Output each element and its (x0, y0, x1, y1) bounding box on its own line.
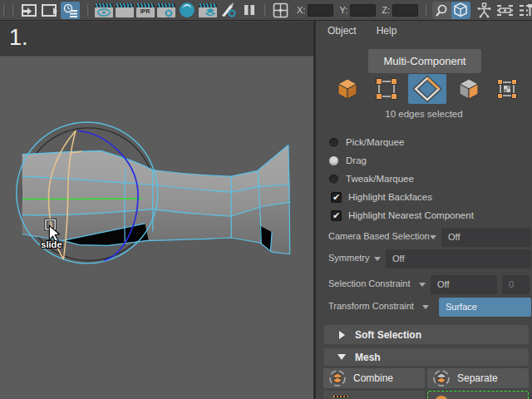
multi-component-button[interactable]: Multi-Component (368, 49, 481, 73)
chevron-down-icon[interactable] (422, 305, 429, 309)
render-settings-button[interactable] (156, 2, 175, 19)
center-edge-green[interactable] (22, 199, 142, 200)
radio-tweak-marquee[interactable]: Tweak/Marquee (329, 172, 414, 185)
checkbox-checked: ✔ (331, 210, 342, 221)
viewport-canvas[interactable]: slide (0, 57, 313, 399)
separate-button[interactable]: Separate (427, 368, 529, 388)
vertex-mode-button[interactable] (370, 74, 403, 104)
edge-mode-button[interactable] (408, 74, 446, 104)
z-coord-label: Z: (382, 5, 390, 15)
soft-selection-header[interactable]: Soft Selection (324, 325, 529, 344)
render-layers-button[interactable] (198, 2, 217, 19)
selection-status: 10 edges selected (316, 109, 532, 119)
zoom-select-icon (435, 3, 449, 17)
mesh-tool-button-partial[interactable] (323, 391, 425, 399)
schedule-list-icon (63, 3, 78, 17)
toolbar-separator (87, 3, 90, 17)
transform-constraint-label: Transform Constraint (328, 301, 414, 311)
ipr-render-icon: IPR (136, 3, 155, 17)
mesh-section-header[interactable]: Mesh (324, 348, 529, 366)
import-frame-icon (21, 3, 37, 17)
transform-constraint-row: Transform Constraint Surface (316, 298, 532, 317)
ipr-render-button[interactable]: IPR (135, 2, 155, 19)
mesh-tool-button-partial-selected[interactable] (427, 391, 529, 399)
camera-based-selection-value[interactable]: Off (441, 228, 531, 247)
symmetry-row: Symmetry Off (316, 249, 532, 268)
tool-settings-panel: Object Help Multi-Component (316, 21, 532, 399)
main-toolbar: IPR (0, 0, 532, 21)
selection-constraint-extra-field[interactable]: 0 (502, 275, 530, 294)
object-mode-button[interactable] (331, 74, 364, 104)
toolbar-drag-handle[interactable] (3, 3, 6, 17)
toolbar-separator (426, 3, 428, 17)
y-coord-label: Y: (339, 5, 347, 15)
face-mode-button[interactable] (452, 74, 485, 104)
render-view-button[interactable] (94, 2, 113, 19)
menu-object[interactable]: Object (328, 25, 357, 37)
camera-based-selection-label: Camera Based Selection (328, 231, 430, 241)
menu-help[interactable]: Help (377, 25, 397, 37)
selection-constraint-row: Selection Constraint Off 0 (316, 275, 532, 294)
toolbar-drag-handle[interactable] (12, 3, 15, 17)
chevron-down-icon[interactable] (374, 257, 381, 261)
collapsed-triangle-icon (339, 331, 345, 339)
maya-window: IPR (0, 0, 532, 399)
sphere-tool-icon (435, 396, 448, 399)
paint-effects-button[interactable] (219, 2, 238, 19)
transform-constraint-value[interactable]: Surface (439, 298, 531, 317)
render-slate-icon (116, 3, 134, 17)
snap-grid-icon (273, 2, 288, 18)
viewport-panel[interactable]: 1. (0, 22, 313, 399)
selection-mode-row (331, 74, 524, 104)
radio-dot-selected (329, 156, 338, 165)
radio-drag[interactable]: Drag (329, 154, 367, 167)
vertex-mode-icon (374, 76, 399, 101)
radio-dot (329, 175, 338, 184)
ipr-label: IPR (136, 8, 155, 14)
render-current-frame-button[interactable] (177, 2, 196, 19)
uv-mode-icon (495, 76, 520, 101)
import-frame-button[interactable] (19, 2, 38, 19)
camera-based-selection-row: Camera Based Selection Off (316, 228, 532, 247)
panel-menubar: Object Help (316, 21, 532, 41)
checkbox-highlight-nearest[interactable]: ✔ Highlight Nearest Component (331, 209, 474, 222)
build-list-button[interactable] (516, 2, 532, 19)
schedule-list-button[interactable] (61, 2, 80, 19)
expanded-triangle-icon (337, 354, 346, 360)
face-mode-icon (456, 76, 481, 101)
chevron-down-icon[interactable] (430, 235, 436, 239)
object-mode-icon (335, 76, 360, 101)
build-list-icon (518, 3, 532, 17)
selection-constraint-value[interactable]: Off (431, 275, 497, 294)
step-annotation: 1. (9, 25, 28, 51)
z-coord-input[interactable] (392, 4, 418, 17)
snap-grid-button[interactable] (271, 2, 290, 19)
checkbox-highlight-backfaces[interactable]: ✔ Highlight Backfaces (331, 190, 432, 204)
edge-mode-icon (413, 76, 441, 102)
radio-pick-marquee[interactable]: Pick/Marquee (329, 135, 404, 149)
pause-icon (244, 4, 255, 16)
x-coord-label: X: (297, 5, 305, 15)
combine-icon (329, 370, 346, 387)
export-frame-button[interactable] (40, 2, 59, 19)
character-controls-button[interactable] (475, 2, 494, 19)
radio-dot (329, 138, 338, 147)
uv-mode-button[interactable] (490, 74, 524, 104)
grid-dots-icon (333, 396, 347, 399)
component-cube-icon (453, 2, 468, 17)
y-coord-input[interactable] (350, 4, 376, 17)
zoom-select-button[interactable] (432, 2, 451, 19)
selection-constraint-label: Selection Constraint (328, 278, 410, 288)
attribute-list-button[interactable] (495, 2, 515, 19)
component-mode-button[interactable] (451, 2, 470, 19)
viewport-header-bar: 1. (0, 22, 313, 57)
render-frame-button[interactable] (115, 2, 134, 19)
symmetry-value[interactable]: Off (386, 249, 531, 268)
symmetry-label: Symmetry (328, 253, 370, 263)
attribute-list-icon (496, 3, 514, 17)
paint-effects-icon (219, 2, 238, 18)
chevron-down-icon[interactable] (419, 283, 426, 287)
x-coord-input[interactable] (308, 4, 333, 17)
pause-button[interactable] (239, 2, 259, 19)
combine-button[interactable]: Combine (323, 368, 425, 388)
